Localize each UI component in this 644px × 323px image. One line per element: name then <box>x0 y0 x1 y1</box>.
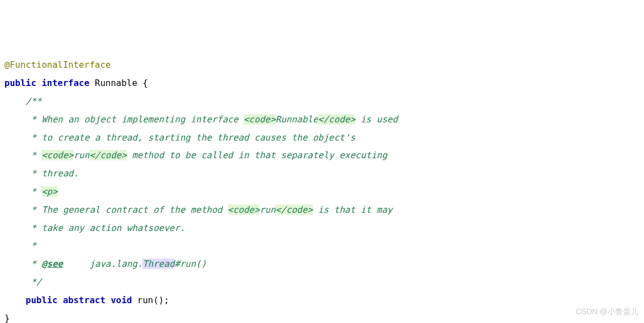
keyword-public: public <box>4 78 36 88</box>
javadoc-open: /** <box>4 96 41 106</box>
watermark: CSDN @小鲁蛋儿 <box>576 304 638 320</box>
doc-tag-code-open: <code> <box>41 150 73 160</box>
method-indent <box>4 295 26 305</box>
doc-tag-see: @see <box>41 259 63 269</box>
doc-tag-code-close: </code> <box>89 150 126 160</box>
javadoc-line: * take any action whatsoever. <box>4 223 185 233</box>
doc-tag-code-close: </code> <box>318 114 355 125</box>
code-block: @FunctionalInterface public interface Ru… <box>4 60 398 323</box>
keyword-interface: interface <box>41 78 89 88</box>
doc-tag-code-open: <code> <box>243 114 275 125</box>
doc-tag-code-close: </code> <box>275 204 312 215</box>
keyword-abstract: abstract <box>63 295 105 305</box>
keyword-void: void <box>111 295 132 305</box>
javadoc-line: * thread. <box>4 168 79 179</box>
type-name: Runnable <box>95 78 137 88</box>
javadoc-line: * @see java.lang.Thread#run() <box>4 259 206 269</box>
highlighted-ref: Thread <box>142 259 174 269</box>
javadoc-close: */ <box>4 277 41 287</box>
doc-tag-code-open: <code> <box>228 204 260 215</box>
javadoc-line: * <box>4 240 36 251</box>
javadoc-line: * <p> <box>4 186 57 197</box>
doc-tag-p: <p> <box>41 186 57 197</box>
javadoc-line: * to create a thread, starting the threa… <box>4 132 355 143</box>
javadoc-line: * The general contract of the method <co… <box>4 204 392 215</box>
javadoc-line: * <code>run</code> method to be called i… <box>4 150 387 160</box>
brace-open: { <box>137 78 148 88</box>
brace-close: } <box>4 313 10 323</box>
method-name: run(); <box>132 295 169 305</box>
annotation: @FunctionalInterface <box>4 60 111 70</box>
javadoc-line: * When an object implementing interface … <box>4 114 398 125</box>
keyword-public: public <box>26 295 58 305</box>
